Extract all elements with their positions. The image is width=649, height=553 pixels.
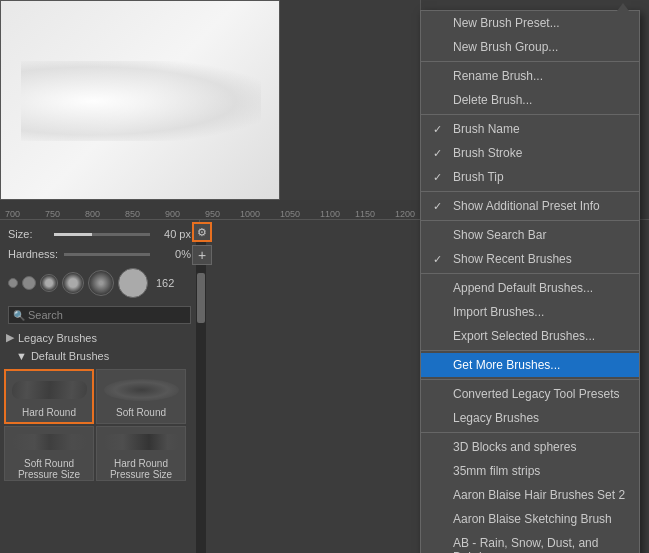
menu-item-label: 35mm film strips — [453, 464, 627, 478]
hardness-slider[interactable] — [64, 253, 150, 256]
menu-item-label: Delete Brush... — [453, 93, 627, 107]
menu-item[interactable]: New Brush Group... — [421, 35, 639, 59]
ruler-label-700: 700 — [5, 209, 20, 219]
default-brushes-label: Default Brushes — [31, 350, 109, 362]
menu-item[interactable]: 35mm film strips — [421, 459, 639, 483]
ruler-label-950: 950 — [205, 209, 220, 219]
menu-checkmark: ✓ — [433, 253, 447, 266]
menu-checkmark: ✓ — [433, 200, 447, 213]
ruler-label-1150: 1150 — [355, 209, 375, 219]
size-value: 40 px — [156, 228, 191, 240]
menu-separator — [421, 432, 639, 433]
menu-separator — [421, 61, 639, 62]
menu-separator — [421, 379, 639, 380]
menu-item[interactable]: Get More Brushes... — [421, 353, 639, 377]
menu-item-label: New Brush Preset... — [453, 16, 627, 30]
brush-shape-4[interactable] — [62, 272, 84, 294]
menu-item[interactable]: Aaron Blaise Sketching Brush — [421, 507, 639, 531]
default-brushes-group[interactable]: ▼ Default Brushes — [0, 347, 199, 365]
menu-item[interactable]: Rename Brush... — [421, 64, 639, 88]
menu-item-label: Show Additional Preset Info — [453, 199, 627, 213]
brush-preview-hard-round — [9, 375, 89, 405]
menu-item[interactable]: ✓Brush Name — [421, 117, 639, 141]
size-label: Size: — [8, 228, 48, 240]
menu-item-label: 3D Blocks and spheres — [453, 440, 627, 454]
menu-item[interactable]: Delete Brush... — [421, 88, 639, 112]
menu-separator — [421, 114, 639, 115]
hardness-value: 0% — [156, 248, 191, 260]
brush-name-soft-round: Soft Round — [116, 407, 166, 418]
add-brush-button[interactable]: + — [192, 245, 212, 265]
menu-separator — [421, 220, 639, 221]
brush-shape-1[interactable] — [8, 278, 18, 288]
menu-item[interactable]: ✓Show Additional Preset Info — [421, 194, 639, 218]
menu-item-label: New Brush Group... — [453, 40, 627, 54]
menu-item[interactable]: Append Default Brushes... — [421, 276, 639, 300]
hardness-label: Hardness: — [8, 248, 58, 260]
menu-item-label: Append Default Brushes... — [453, 281, 627, 295]
stroke-soft-round — [104, 379, 179, 401]
brush-preview-hard-round-pressure — [101, 427, 181, 456]
size-row: Size: 40 px — [0, 224, 199, 244]
menu-item-label: Brush Stroke — [453, 146, 627, 160]
brush-name-hard-round-pressure: Hard Round Pressure Size — [97, 458, 185, 480]
menu-item-label: Rename Brush... — [453, 69, 627, 83]
brush-item-hard-round-pressure[interactable]: Hard Round Pressure Size — [96, 426, 186, 481]
menu-item[interactable]: AB - Rain, Snow, Dust, and Debris — [421, 531, 639, 553]
menu-item[interactable]: Import Brushes... — [421, 300, 639, 324]
menu-checkmark: ✓ — [433, 171, 447, 184]
brush-name-hard-round: Hard Round — [22, 407, 76, 418]
menu-item[interactable]: Aaron Blaise Hair Brushes Set 2 — [421, 483, 639, 507]
chevron-down-icon: ▼ — [16, 350, 27, 362]
ruler-label-800: 800 — [85, 209, 100, 219]
brush-item-hard-round[interactable]: Hard Round — [4, 369, 94, 424]
hardness-row: Hardness: 0% — [0, 244, 199, 264]
menu-item[interactable]: ✓Brush Tip — [421, 165, 639, 189]
menu-separator — [421, 350, 639, 351]
ruler-label-1050: 1050 — [280, 209, 300, 219]
brush-item-soft-round-pressure[interactable]: Soft Round Pressure Size — [4, 426, 94, 481]
brush-shape-5[interactable] — [88, 270, 114, 296]
menu-item-label: Brush Name — [453, 122, 627, 136]
scroll-thumb[interactable] — [197, 273, 205, 323]
search-brushes-container: 🔍 Search — [8, 306, 191, 324]
gear-icon: ⚙ — [197, 226, 207, 239]
menu-item-label: Aaron Blaise Hair Brushes Set 2 — [453, 488, 627, 502]
ruler-label-1200: 1200 — [395, 209, 415, 219]
folder-icon: ▶ — [6, 331, 14, 344]
menu-item[interactable]: Export Selected Brushes... — [421, 324, 639, 348]
legacy-brushes-group[interactable]: ▶ Legacy Brushes — [0, 328, 199, 347]
menu-item[interactable]: Legacy Brushes — [421, 406, 639, 430]
brush-shape-6[interactable] — [118, 268, 148, 298]
menu-checkmark: ✓ — [433, 123, 447, 136]
brush-shapes-row: 162 — [0, 264, 199, 302]
gear-button[interactable]: ⚙ — [192, 222, 212, 242]
menu-item-label: Brush Tip — [453, 170, 627, 184]
menu-item[interactable]: Show Search Bar — [421, 223, 639, 247]
search-icon: 🔍 — [13, 310, 25, 321]
stroke-hard-round-pressure — [104, 434, 179, 450]
brush-item-soft-round[interactable]: Soft Round — [96, 369, 186, 424]
brush-shape-2[interactable] — [22, 276, 36, 290]
brush-list-container: ▶ Legacy Brushes ▼ Default Brushes Hard … — [0, 328, 199, 485]
ruler-label-850: 850 — [125, 209, 140, 219]
menu-item[interactable]: New Brush Preset... — [421, 11, 639, 35]
brush-shape-3[interactable] — [40, 274, 58, 292]
ruler-label-900: 900 — [165, 209, 180, 219]
menu-separator — [421, 273, 639, 274]
search-input[interactable]: Search — [28, 309, 63, 321]
brush-grid: Hard Round Soft Round Soft Round Pressur… — [0, 365, 199, 485]
canvas-area — [0, 0, 280, 200]
menu-item-label: Export Selected Brushes... — [453, 329, 627, 343]
ruler: 700 750 800 850 900 950 1000 1050 1100 1… — [0, 200, 420, 220]
brush-preview-soft-round-pressure — [9, 427, 89, 456]
brush-list-scrollbar[interactable] — [196, 222, 206, 553]
brush-name-soft-round-pressure: Soft Round Pressure Size — [5, 458, 93, 480]
menu-item[interactable]: ✓Show Recent Brushes — [421, 247, 639, 271]
size-slider[interactable] — [54, 233, 150, 236]
menu-item[interactable]: Converted Legacy Tool Presets — [421, 382, 639, 406]
menu-item[interactable]: 3D Blocks and spheres — [421, 435, 639, 459]
plus-icon: + — [198, 247, 206, 263]
ruler-label-1100: 1100 — [320, 209, 340, 219]
menu-item[interactable]: ✓Brush Stroke — [421, 141, 639, 165]
